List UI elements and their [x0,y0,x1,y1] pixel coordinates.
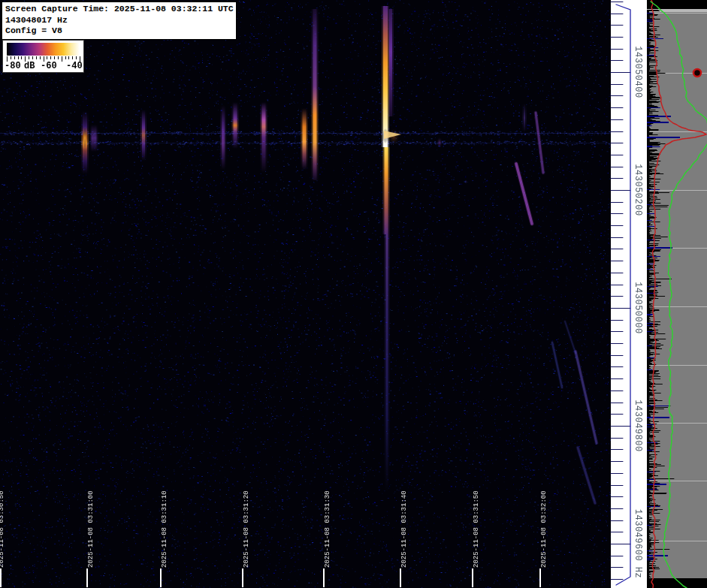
capture-time-text: Screen Capture Time: 2025-11-08 03:32:11… [5,4,234,15]
intensity-colorbar-gradient [7,43,80,56]
intensity-colorbar-box: -80dB-60-40 [2,40,84,73]
colorbar-label-1: dB [24,61,35,71]
spectrogram-canvas [0,0,707,588]
screen-capture-root: Screen Capture Time: 2025-11-08 03:32:11… [0,0,707,588]
colorbar-label-2: -60 [41,61,57,71]
config-text: Config = V8 [5,26,234,37]
colorbar-label-3: -40 [66,61,83,71]
capture-info-box: Screen Capture Time: 2025-11-08 03:32:11… [2,2,237,40]
colorbar-ruler-minor-ticks [7,56,80,59]
colorbar-label-0: -80 [5,61,21,71]
colorbar-labels: -80dB-60-40 [5,61,83,71]
center-frequency-text: 143048017 Hz [5,15,234,26]
